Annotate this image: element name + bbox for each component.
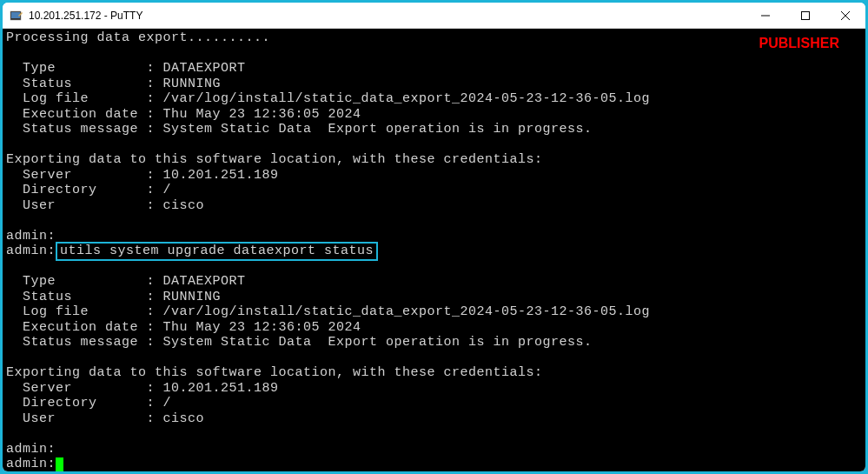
output-line [6,213,862,229]
window-controls [745,3,865,28]
output-line [6,426,862,442]
close-button[interactable] [825,3,865,28]
output-line: Directory : / [6,396,862,411]
output-line: Status : RUNNING [6,290,862,305]
command-line: admin:utils system upgrade dataexport st… [6,244,862,259]
output-line: Exporting data to this software location… [6,365,862,381]
highlighted-command: utils system upgrade dataexport status [56,242,378,261]
cursor-icon [56,457,63,471]
output-line [6,350,862,366]
output-line: Server : 10.201.251.189 [6,381,862,397]
terminal-area[interactable]: PUBLISHER Processing data export........… [3,29,865,471]
output-line: Processing data export.......... [6,30,862,46]
output-line: Status message : System Static Data Expo… [6,122,862,137]
output-line: Status message : System Static Data Expo… [6,335,862,350]
titlebar[interactable]: 10.201.251.172 - PuTTY [3,3,865,29]
maximize-button[interactable] [785,3,825,28]
output-line [6,137,862,153]
window-title: 10.201.251.172 - PuTTY [29,10,745,22]
putty-window: 10.201.251.172 - PuTTY PUBLISHER Process… [3,3,865,471]
output-line: Server : 10.201.251.189 [6,168,862,184]
output-line: Status : RUNNING [6,77,862,92]
prompt-line: admin: [6,457,862,471]
output-line: Type : DATAEXPORT [6,61,862,77]
prompt-line: admin: [6,442,862,457]
minimize-button[interactable] [745,3,785,28]
output-line: Log file : /var/log/install/static_data_… [6,91,862,107]
output-line: Directory : / [6,183,862,198]
output-line: Exporting data to this software location… [6,152,862,168]
output-line: Execution date : Thu May 23 12:36:05 202… [6,107,862,123]
putty-icon [10,9,23,23]
output-line: User : cisco [6,411,862,427]
output-line: User : cisco [6,198,862,214]
svg-rect-3 [802,11,810,19]
output-line [6,259,862,275]
publisher-label: PUBLISHER [759,36,839,51]
output-line: Execution date : Thu May 23 12:36:05 202… [6,320,862,336]
output-line: Log file : /var/log/install/static_data_… [6,304,862,320]
output-line [6,46,862,62]
output-line: Type : DATAEXPORT [6,274,862,290]
